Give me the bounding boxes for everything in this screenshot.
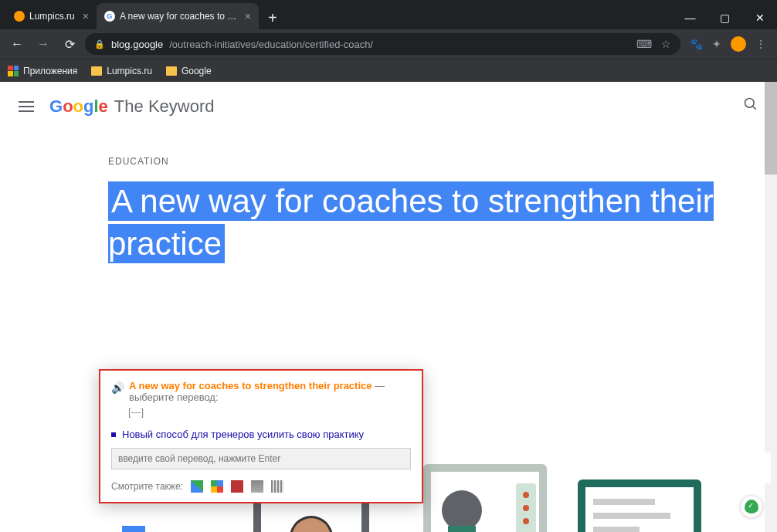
url-path: /outreach-initiatives/education/certifie…	[169, 39, 373, 50]
tab-title: Lumpics.ru	[29, 11, 75, 22]
transcription: [---]	[128, 406, 411, 418]
extensions-icon[interactable]: ✦	[712, 38, 721, 50]
address-bar[interactable]: 🔒 blog.google/outreach-initiatives/educa…	[85, 33, 680, 55]
tab-close-icon[interactable]: ×	[245, 10, 251, 22]
translation-popup: 🔊 A new way for coaches to strengthen th…	[99, 369, 423, 503]
svg-rect-15	[448, 526, 476, 532]
search-icon[interactable]	[743, 97, 758, 116]
bookmark-label: Google	[182, 66, 212, 76]
folder-icon	[91, 66, 102, 76]
close-button[interactable]: ✕	[742, 6, 777, 29]
svg-rect-23	[593, 513, 670, 519]
window-controls: — ▢ ✕	[673, 6, 777, 29]
toolbar: ← → ⟳ 🔒 blog.google/outreach-initiatives…	[0, 29, 777, 59]
see-also-label: Смотрите также:	[111, 481, 183, 492]
security-badge[interactable]	[740, 495, 763, 518]
favicon-lumpics	[14, 11, 25, 22]
tab-title: A new way for coaches to strengt	[120, 11, 237, 22]
apps-shortcut[interactable]: Приложения	[8, 66, 77, 76]
paw-icon[interactable]: 🐾	[690, 38, 703, 50]
dict-icon-1[interactable]	[191, 480, 203, 493]
lock-icon: 🔒	[94, 39, 105, 49]
back-button[interactable]: ←	[6, 33, 28, 55]
bookmark-label: Lumpics.ru	[107, 66, 152, 76]
tabstrip: Lumpics.ru × G A new way for coaches to …	[0, 3, 673, 29]
new-tab-button[interactable]: +	[259, 6, 287, 29]
translate-icon[interactable]: ⌨	[636, 38, 652, 50]
tab-lumpics[interactable]: Lumpics.ru ×	[6, 3, 97, 29]
site-header: Google The Keyword	[0, 82, 777, 131]
tab-close-icon[interactable]: ×	[83, 10, 89, 22]
scroll-thumb[interactable]	[765, 82, 777, 175]
svg-rect-24	[593, 527, 640, 532]
svg-point-0	[745, 99, 755, 108]
dict-icon-5[interactable]	[271, 480, 283, 493]
translation-input[interactable]	[111, 448, 411, 469]
svg-point-19	[523, 518, 529, 524]
article: EDUCATION A new way for coaches to stren…	[0, 131, 777, 265]
article-headline[interactable]: A new way for coaches to strengthen thei…	[108, 181, 777, 265]
favicon-google: G	[104, 11, 115, 22]
apps-icon	[8, 66, 19, 76]
dict-icon-4[interactable]	[251, 480, 263, 493]
menu-button[interactable]	[19, 98, 34, 115]
shield-icon	[745, 500, 758, 513]
sound-icon[interactable]: 🔊	[111, 381, 124, 394]
site-title: The Keyword	[114, 97, 215, 117]
reload-button[interactable]: ⟳	[59, 33, 80, 55]
svg-point-18	[523, 505, 529, 511]
source-text: A new way for coaches to strengthen thei…	[129, 380, 372, 391]
svg-point-14	[442, 490, 482, 530]
article-category: EDUCATION	[108, 156, 777, 167]
folder-icon	[166, 66, 177, 76]
bookmark-folder[interactable]: Google	[166, 66, 212, 76]
google-logo: Google	[49, 97, 108, 117]
maximize-button[interactable]: ▢	[707, 6, 742, 29]
menu-icon[interactable]: ⋮	[755, 38, 766, 50]
svg-rect-21	[585, 487, 694, 532]
svg-rect-22	[593, 499, 655, 505]
bookmarks-bar: Приложения Lumpics.ru Google	[0, 59, 777, 82]
tab-article[interactable]: G A new way for coaches to strengt ×	[97, 3, 259, 29]
svg-point-17	[523, 492, 529, 498]
profile-avatar[interactable]	[731, 36, 746, 52]
minimize-button[interactable]: —	[673, 6, 707, 29]
svg-rect-4	[122, 526, 145, 532]
page-content: ▲ Google The Keyword EDUCATION A new way…	[0, 82, 777, 532]
bookmark-star-icon[interactable]: ☆	[661, 38, 671, 50]
translation-text[interactable]: Новый способ для тренеров усилить свою п…	[122, 429, 364, 440]
bullet-icon	[111, 432, 116, 437]
svg-line-1	[753, 107, 756, 110]
url-host: blog.google	[111, 39, 163, 50]
apps-label: Приложения	[23, 66, 77, 76]
dict-icon-3[interactable]	[231, 480, 243, 493]
bookmark-folder[interactable]: Lumpics.ru	[91, 66, 152, 76]
forward-button[interactable]: →	[32, 33, 54, 55]
titlebar: Lumpics.ru × G A new way for coaches to …	[0, 0, 777, 29]
dict-icon-2[interactable]	[211, 480, 223, 493]
